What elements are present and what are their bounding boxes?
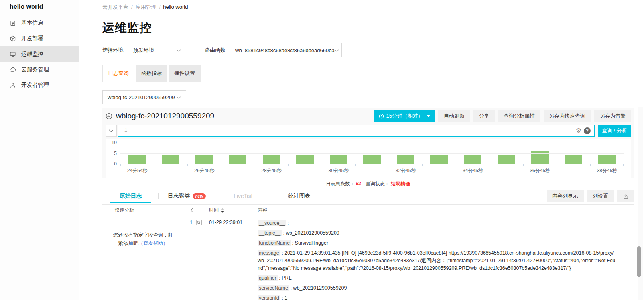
logstore-select[interactable]: wblog-fc-2021012900559209 xyxy=(102,90,186,104)
log-field-key: functionName xyxy=(258,240,291,246)
log-field-value: 2021-01-29 14:39:01.435 [INFO] [4693e23d… xyxy=(258,250,615,271)
page-scrollbar-track[interactable] xyxy=(638,107,643,300)
action-button-查询分析属性[interactable]: 查询分析属性 xyxy=(498,110,540,122)
breadcrumb-link[interactable]: 云开发平台 xyxy=(102,4,128,10)
chart-plot-area: 24分54秒26分45秒28分45秒30分45秒32分45秒34分45秒36分4… xyxy=(120,143,624,164)
chart-gridline xyxy=(120,153,624,154)
log-field-key: versionId xyxy=(258,295,280,300)
logstore-row: wblog-fc-2021012900559209 xyxy=(102,90,634,104)
inspect-magnifier-icon[interactable] xyxy=(196,220,202,225)
action-button-分享[interactable]: 分享 xyxy=(473,110,495,122)
env-label: 选择环境 xyxy=(102,47,123,54)
breadcrumb: 云开发平台/应用管理/hello world xyxy=(102,4,634,11)
result-tab-统计图表[interactable]: 统计图表 xyxy=(271,189,327,203)
chart-bar xyxy=(430,155,448,164)
content-column-header: 内容 xyxy=(258,207,267,214)
x-axis-tick-label: 36分45秒 xyxy=(530,167,550,174)
log-field-key: __source__ xyxy=(258,220,286,226)
tab-日志查询[interactable]: 日志查询 xyxy=(102,65,134,82)
sidebar-item-label: 开发部署 xyxy=(21,35,43,42)
chart-bar xyxy=(464,155,481,164)
action-button-另存为告警[interactable]: 另存为告警 xyxy=(594,110,631,122)
x-axis-tick-label: 24分54秒 xyxy=(127,167,148,174)
log-table-header: 时间 内容 xyxy=(184,205,634,216)
result-tab-label: LiveTail xyxy=(234,193,252,199)
result-tab-日志聚类[interactable]: 日志聚类new xyxy=(159,189,215,203)
x-axis-tick xyxy=(623,164,624,166)
env-select[interactable]: 预发环境 xyxy=(128,43,186,57)
x-axis-tick xyxy=(422,164,423,166)
quick-analysis-panel: 快速分析 您还没有指定字段查询，赶紧添加吧（查看帮助） xyxy=(102,205,184,300)
result-tab-LiveTail[interactable]: LiveTail xyxy=(215,189,271,203)
collapse-left-icon[interactable] xyxy=(184,208,209,212)
search-analyze-button[interactable]: 查询 / 分析 xyxy=(598,125,631,137)
sidebar-item-label: 开发者管理 xyxy=(21,82,49,89)
action-button-自动刷新[interactable]: 自动刷新 xyxy=(438,110,470,122)
chevron-down-icon xyxy=(109,128,114,134)
chart-bar xyxy=(363,155,381,164)
sidebar-item-deploy[interactable]: 开发部署 xyxy=(0,31,79,46)
log-field-value: PRE xyxy=(282,275,292,281)
sidebar-item-label: 基本信息 xyxy=(21,20,43,27)
total-count-label: 日志总条数： xyxy=(326,181,354,186)
gear-icon[interactable]: ⚙ xyxy=(576,127,581,134)
breadcrumb-link[interactable]: 应用管理 xyxy=(136,4,156,10)
tab-弹性设置[interactable]: 弹性设置 xyxy=(169,65,201,82)
query-summary: 日志总条数：62查询状态：结果精确 xyxy=(102,178,634,188)
download-button[interactable] xyxy=(617,190,634,202)
log-field-colon: : xyxy=(291,240,295,246)
x-axis-tick-label: 30分45秒 xyxy=(329,167,349,174)
x-axis-tick xyxy=(288,164,289,166)
package-icon xyxy=(10,35,16,42)
query-collapse-button[interactable] xyxy=(106,125,117,137)
time-range-button[interactable]: 15分钟（相对） xyxy=(374,110,435,122)
help-icon[interactable]: ? xyxy=(584,127,591,134)
route-function-select[interactable]: wb_8581c948c8c68ae8cf86a6bbead660ba xyxy=(230,43,342,57)
x-axis-tick xyxy=(590,164,591,166)
query-status-value: 结果精确 xyxy=(391,181,410,186)
log-histogram-chart: 24分54秒26分45秒28分45秒30分45秒32分45秒34分45秒36分4… xyxy=(106,139,631,178)
log-row-time: 01-29 22:39:01 xyxy=(209,220,258,300)
tab-函数指标[interactable]: 函数指标 xyxy=(136,65,167,82)
x-axis-tick xyxy=(557,164,557,166)
x-axis-tick xyxy=(322,164,322,166)
document-icon xyxy=(10,20,16,26)
chart-bar xyxy=(162,155,179,164)
chart-bar xyxy=(397,155,414,164)
result-tab-原始日志[interactable]: 原始日志 xyxy=(102,189,159,203)
x-axis-tick-label: 32分45秒 xyxy=(396,167,416,174)
sidebar-item-monitor[interactable]: 运维监控 xyxy=(0,46,79,62)
action-button-另存为快速查询[interactable]: 另存为快速查询 xyxy=(544,110,591,122)
chart-bar xyxy=(598,155,616,164)
log-panel-header: wblog-fc-2021012900559209 15分钟（相对） 自动刷新分… xyxy=(106,110,631,122)
log-row-index-cell: 1 xyxy=(184,220,209,300)
query-line-number: 1 xyxy=(118,128,132,133)
logstore-title: wblog-fc-2021012900559209 xyxy=(106,112,214,120)
x-axis-tick-label: 34分45秒 xyxy=(463,167,483,174)
page-scrollbar-thumb[interactable] xyxy=(637,246,641,277)
time-column-header[interactable]: 时间 xyxy=(209,207,258,214)
log-field-value: 1 xyxy=(284,295,287,300)
tab-divider xyxy=(327,193,327,199)
sidebar-item-basic-info[interactable]: 基本信息 xyxy=(0,15,79,31)
result-action-内容列显示[interactable]: 内容列显示 xyxy=(547,190,584,202)
log-field-colon: : xyxy=(278,275,282,281)
y-axis-tick-label: 0 xyxy=(114,161,117,167)
query-input[interactable] xyxy=(132,125,575,136)
log-header-actions: 15分钟（相对） 自动刷新分享查询分析属性另存为快速查询另存为告警 xyxy=(374,110,631,122)
log-field: __source__ : xyxy=(258,220,616,227)
logstore-icon xyxy=(106,113,112,120)
route-select-value: wb_8581c948c8c68ae8cf86a6bbead660ba xyxy=(235,47,335,53)
logstore-select-value: wblog-fc-2021012900559209 xyxy=(108,94,175,100)
view-help-link[interactable]: （查看帮助） xyxy=(138,241,168,246)
sidebar-item-developer[interactable]: 开发者管理 xyxy=(0,77,79,93)
clock-icon xyxy=(379,114,384,119)
monitor-icon xyxy=(10,51,16,57)
log-row-content: __source__ : __topic__ : wb_202101290055… xyxy=(258,220,634,300)
total-count-value: 62 xyxy=(356,181,361,186)
route-label: 路由函数 xyxy=(205,47,225,54)
result-action-列设置[interactable]: 列设置 xyxy=(587,190,614,202)
sidebar-item-cloud-service[interactable]: 云服务管理 xyxy=(0,62,79,77)
log-field-key: qualifier xyxy=(258,275,278,281)
query-input-wrap: 1 ⚙ ? xyxy=(118,125,595,137)
